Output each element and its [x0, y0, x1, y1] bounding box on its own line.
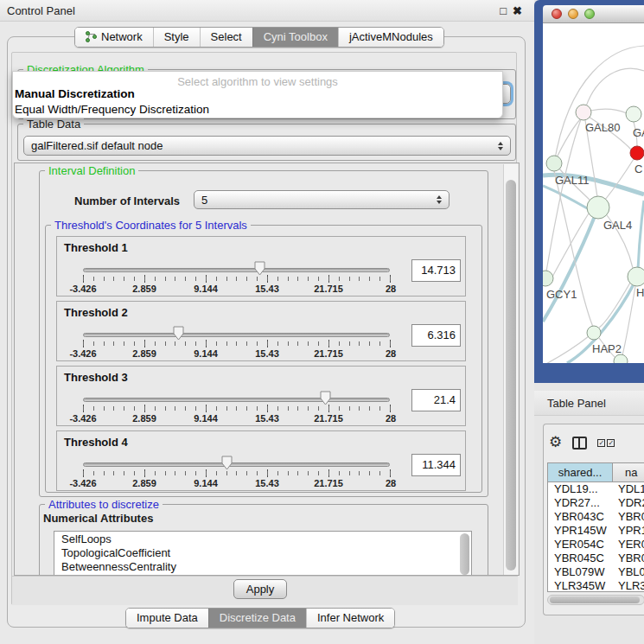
- node-gcy1[interactable]: [543, 271, 553, 286]
- interval-definition-title: Interval Definition: [45, 164, 138, 177]
- list-item[interactable]: TopologicalCoefficient: [54, 545, 471, 559]
- table-data-combobox[interactable]: galFiltered.sif default node: [23, 136, 511, 156]
- node-label-ga: GA: [633, 126, 644, 139]
- interval-definition-group: Interval Definition Number of Intervals …: [39, 170, 488, 497]
- threshold-2-value-field[interactable]: 6.316: [411, 324, 461, 347]
- network-canvas[interactable]: GAL80 GA C GAL11 GAL4 GCY1 H HAP2: [543, 23, 644, 363]
- node-table: shared... na YDL19... YDL1 YDR27... YDR2…: [547, 462, 644, 592]
- slider-minor-ticks: [83, 471, 392, 475]
- panel-title: Control Panel: [7, 4, 75, 17]
- table-browser-window: ⚙ ✓ ✓ shared... na YDL19... YDL1 YDR27..…: [543, 424, 644, 615]
- threshold-3-value-field[interactable]: 21.4: [411, 389, 461, 411]
- apply-button[interactable]: Apply: [233, 579, 287, 599]
- node-top-right[interactable]: [626, 106, 641, 122]
- popup-option-manual-discretization[interactable]: Manual Discretization: [15, 87, 135, 100]
- tab-network[interactable]: Network: [75, 28, 153, 47]
- threshold-1-slider-track[interactable]: [83, 268, 390, 272]
- checkbox-icon: ✓: [597, 439, 605, 447]
- threshold-4-value-field[interactable]: 11.344: [411, 454, 461, 476]
- float-window-icon[interactable]: □: [500, 3, 507, 18]
- column-header-name[interactable]: na: [613, 463, 644, 481]
- table-panel-titlebar: Table Panel: [534, 391, 644, 416]
- table-row[interactable]: YER054C YER0: [548, 538, 644, 552]
- node-label-gal11: GAL11: [555, 174, 590, 187]
- numerical-attributes-list[interactable]: SelfLoops TopologicalCoefficient Between…: [54, 531, 472, 576]
- threshold-4-slider-thumb[interactable]: [221, 456, 233, 470]
- scrollbar-thumb[interactable]: [550, 596, 640, 603]
- thresholds-group-title: Threshold's Coordinates for 5 Intervals: [51, 219, 251, 232]
- table-row[interactable]: YDR27... YDR2: [548, 496, 644, 510]
- threshold-4-label: Threshold 4: [64, 436, 128, 449]
- node-label-gcy1: GCY1: [546, 288, 577, 301]
- column-header-shared-name[interactable]: shared...: [548, 463, 613, 481]
- tab-jactivemodules[interactable]: jActiveMNodules: [338, 28, 443, 47]
- threshold-1-value-field[interactable]: 14.713: [411, 259, 461, 282]
- close-panel-icon[interactable]: ✖: [513, 3, 522, 18]
- node-gal4[interactable]: [587, 196, 609, 219]
- threshold-1-label: Threshold 1: [64, 241, 128, 254]
- threshold-2-label: Threshold 2: [64, 306, 128, 319]
- combo-arrows-icon: [498, 142, 503, 150]
- select-columns-icons[interactable]: ✓ ✓: [597, 439, 615, 447]
- table-panel-title: Table Panel: [547, 397, 606, 410]
- minimize-window-icon[interactable]: [568, 9, 578, 19]
- number-of-intervals-label: Number of Intervals: [74, 194, 180, 207]
- threshold-4-slider-track[interactable]: [83, 462, 390, 467]
- list-item[interactable]: BetweennessCentrality: [54, 559, 471, 573]
- node-gal11[interactable]: [546, 156, 562, 171]
- threshold-2-panel: Threshold 2 -3.426 2.859 9.144 15.43 21.…: [56, 301, 466, 361]
- table-header-row: shared... na: [548, 463, 644, 482]
- tab-impute-data[interactable]: Impute Data: [126, 609, 208, 628]
- table-data-group: Table Data galFiltered.sif default node: [17, 124, 516, 161]
- threshold-2-slider-thumb[interactable]: [173, 326, 184, 341]
- table-data-group-title: Table Data: [23, 118, 84, 131]
- attributes-group-title: Attributes to discretize: [45, 498, 163, 511]
- node-label-gal4: GAL4: [603, 219, 632, 232]
- list-item[interactable]: SelfLoops: [54, 532, 471, 545]
- table-row[interactable]: YBR043C YBR0: [548, 510, 644, 524]
- control-panel-window: Control Panel □ ✖ Network Style Select C…: [0, 0, 534, 644]
- threshold-2-slider-track[interactable]: [83, 333, 390, 337]
- close-window-icon[interactable]: [552, 9, 562, 19]
- node-h[interactable]: [628, 267, 644, 286]
- popup-hint: Select algorithm to view settings: [13, 75, 502, 88]
- threshold-4-panel: Threshold 4 -3.426 2.859 9.144 15.43 21.…: [56, 430, 466, 491]
- threshold-1-slider-thumb[interactable]: [254, 261, 265, 276]
- attributes-group: Attributes to discretize Numerical Attri…: [39, 504, 488, 576]
- tab-select[interactable]: Select: [200, 28, 252, 47]
- slider-minor-ticks: [83, 277, 392, 281]
- popup-option-equal-width-frequency[interactable]: Equal Width/Frequency Discretization: [15, 103, 209, 116]
- control-panel-titlebar: Control Panel □ ✖: [0, 0, 534, 22]
- table-row[interactable]: YPR145W YPR1: [548, 524, 644, 538]
- tab-discretize-data[interactable]: Discretize Data: [208, 609, 306, 628]
- table-row[interactable]: YBR045C YBR0: [548, 552, 644, 565]
- table-row[interactable]: YDL19... YDL1: [548, 482, 644, 496]
- tab-cyni-toolbox[interactable]: Cyni Toolbox: [252, 28, 338, 47]
- threshold-3-panel: Threshold 3 -3.426 2.859 9.144 15.43 21.…: [56, 366, 466, 426]
- node-bottom[interactable]: [614, 354, 628, 363]
- table-horizontal-scrollbar[interactable]: [547, 595, 644, 605]
- scrollbar-thumb[interactable]: [506, 180, 516, 571]
- node-label-h: H: [636, 286, 644, 299]
- network-window-titlebar: [543, 5, 644, 23]
- table-row[interactable]: YLR345W YLR3: [548, 579, 644, 592]
- columns-icon[interactable]: [572, 437, 587, 450]
- combo-arrows-icon: [437, 195, 442, 204]
- threshold-3-slider-track[interactable]: [83, 398, 390, 402]
- node-red-selected[interactable]: [630, 146, 644, 160]
- threshold-3-label: Threshold 3: [64, 371, 128, 384]
- node-gal80[interactable]: [576, 105, 591, 120]
- table-row[interactable]: YBL079W YBL0: [548, 565, 644, 579]
- threshold-3-slider-thumb[interactable]: [320, 391, 331, 405]
- zoom-window-icon[interactable]: [584, 9, 595, 19]
- number-of-intervals-combobox[interactable]: 5: [194, 190, 450, 209]
- gear-icon[interactable]: ⚙: [549, 435, 562, 450]
- node-label-gal80: GAL80: [585, 121, 620, 134]
- tab-infer-network[interactable]: Infer Network: [306, 609, 394, 628]
- tab-style[interactable]: Style: [153, 28, 200, 47]
- node-label-c: C: [634, 163, 642, 175]
- main-vertical-scrollbar[interactable]: [503, 164, 518, 576]
- list-scrollbar[interactable]: [460, 533, 469, 575]
- node-hap2[interactable]: [587, 326, 601, 340]
- network-icon: [86, 31, 97, 42]
